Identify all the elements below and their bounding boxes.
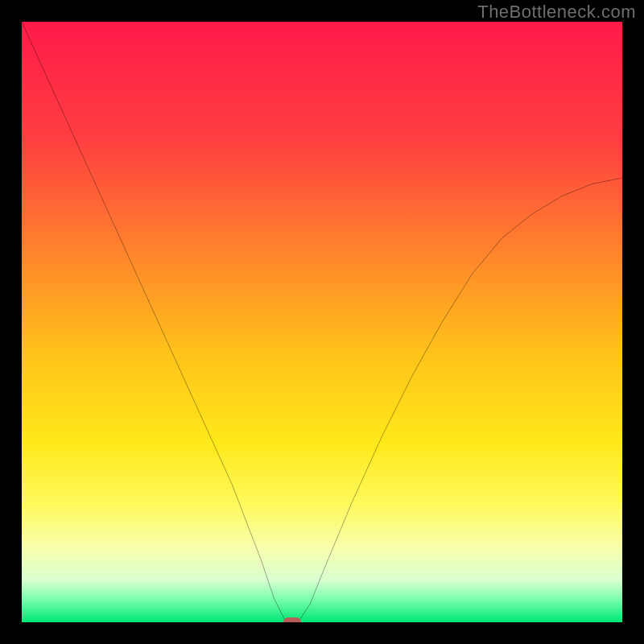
chart-frame: TheBottleneck.com (0, 0, 644, 644)
plot-area (22, 22, 622, 622)
watermark-text: TheBottleneck.com (477, 2, 636, 23)
bottleneck-curve (22, 22, 622, 622)
optimal-marker (283, 617, 301, 622)
